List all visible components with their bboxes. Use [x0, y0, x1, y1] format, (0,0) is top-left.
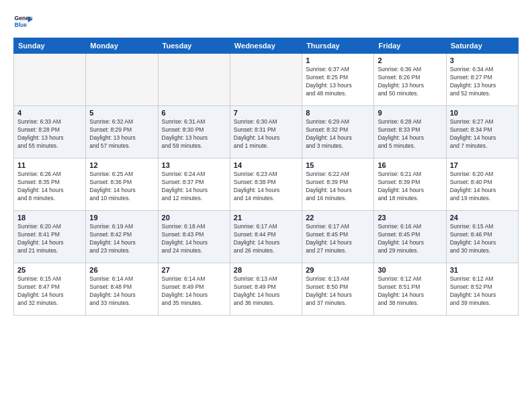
day-cell-3: 3Sunrise: 6:34 AM Sunset: 8:27 PM Daylig… — [446, 54, 518, 106]
day-info: Sunrise: 6:20 AM Sunset: 8:40 PM Dayligh… — [450, 171, 515, 203]
day-number: 21 — [234, 214, 298, 222]
day-cell-19: 19Sunrise: 6:19 AM Sunset: 8:42 PM Dayli… — [86, 211, 158, 263]
day-number: 2 — [378, 56, 442, 64]
day-info: Sunrise: 6:24 AM Sunset: 8:37 PM Dayligh… — [162, 171, 226, 203]
day-cell-14: 14Sunrise: 6:23 AM Sunset: 8:38 PM Dayli… — [230, 158, 302, 211]
week-row-4: 18Sunrise: 6:20 AM Sunset: 8:41 PM Dayli… — [14, 211, 519, 263]
day-info: Sunrise: 6:12 AM Sunset: 8:52 PM Dayligh… — [450, 275, 515, 308]
day-cell-15: 15Sunrise: 6:22 AM Sunset: 8:39 PM Dayli… — [302, 158, 374, 211]
header: General Blue — [13, 12, 519, 31]
day-cell-12: 12Sunrise: 6:25 AM Sunset: 8:36 PM Dayli… — [86, 158, 158, 211]
empty-cell — [230, 54, 302, 106]
week-row-3: 11Sunrise: 6:26 AM Sunset: 8:35 PM Dayli… — [14, 158, 519, 211]
day-cell-7: 7Sunrise: 6:30 AM Sunset: 8:31 PM Daylig… — [230, 106, 302, 158]
day-info: Sunrise: 6:13 AM Sunset: 8:50 PM Dayligh… — [306, 275, 370, 308]
day-number: 11 — [17, 161, 82, 169]
day-number: 27 — [162, 266, 226, 274]
day-info: Sunrise: 6:21 AM Sunset: 8:39 PM Dayligh… — [378, 171, 442, 203]
day-cell-10: 10Sunrise: 6:27 AM Sunset: 8:34 PM Dayli… — [446, 106, 518, 158]
day-info: Sunrise: 6:17 AM Sunset: 8:44 PM Dayligh… — [234, 223, 298, 255]
day-number: 22 — [306, 214, 370, 222]
day-info: Sunrise: 6:18 AM Sunset: 8:43 PM Dayligh… — [162, 223, 226, 255]
empty-cell — [158, 54, 230, 106]
day-cell-1: 1Sunrise: 6:37 AM Sunset: 8:25 PM Daylig… — [302, 54, 374, 106]
day-cell-16: 16Sunrise: 6:21 AM Sunset: 8:39 PM Dayli… — [374, 158, 446, 211]
day-cell-18: 18Sunrise: 6:20 AM Sunset: 8:41 PM Dayli… — [14, 211, 86, 263]
day-info: Sunrise: 6:36 AM Sunset: 8:26 PM Dayligh… — [378, 66, 442, 98]
day-info: Sunrise: 6:28 AM Sunset: 8:33 PM Dayligh… — [378, 118, 442, 150]
day-cell-26: 26Sunrise: 6:14 AM Sunset: 8:48 PM Dayli… — [86, 263, 158, 316]
empty-cell — [14, 54, 86, 106]
day-cell-25: 25Sunrise: 6:15 AM Sunset: 8:47 PM Dayli… — [14, 263, 86, 316]
day-number: 26 — [89, 266, 154, 274]
weekday-header-wednesday: Wednesday — [230, 38, 302, 54]
day-info: Sunrise: 6:31 AM Sunset: 8:30 PM Dayligh… — [162, 118, 226, 150]
day-info: Sunrise: 6:32 AM Sunset: 8:29 PM Dayligh… — [89, 118, 154, 150]
page: General Blue SundayMondayTuesdayWednesda… — [0, 0, 532, 411]
calendar: SundayMondayTuesdayWednesdayThursdayFrid… — [13, 38, 519, 316]
day-number: 20 — [162, 214, 226, 222]
day-number: 7 — [234, 109, 298, 117]
day-number: 17 — [450, 161, 515, 169]
day-number: 18 — [17, 214, 82, 222]
day-cell-5: 5Sunrise: 6:32 AM Sunset: 8:29 PM Daylig… — [86, 106, 158, 158]
day-cell-30: 30Sunrise: 6:12 AM Sunset: 8:51 PM Dayli… — [374, 263, 446, 316]
day-info: Sunrise: 6:29 AM Sunset: 8:32 PM Dayligh… — [306, 118, 370, 150]
day-number: 24 — [450, 214, 515, 222]
day-info: Sunrise: 6:27 AM Sunset: 8:34 PM Dayligh… — [450, 118, 515, 150]
day-info: Sunrise: 6:14 AM Sunset: 8:48 PM Dayligh… — [89, 275, 154, 308]
day-info: Sunrise: 6:15 AM Sunset: 8:47 PM Dayligh… — [17, 275, 82, 308]
day-number: 10 — [450, 109, 515, 117]
day-info: Sunrise: 6:23 AM Sunset: 8:38 PM Dayligh… — [234, 171, 298, 203]
logo-icon: General Blue — [13, 12, 32, 31]
day-cell-22: 22Sunrise: 6:17 AM Sunset: 8:45 PM Dayli… — [302, 211, 374, 263]
day-number: 15 — [306, 161, 370, 169]
weekday-header-thursday: Thursday — [302, 38, 374, 54]
day-number: 1 — [306, 56, 370, 64]
weekday-header-monday: Monday — [86, 38, 158, 54]
day-cell-21: 21Sunrise: 6:17 AM Sunset: 8:44 PM Dayli… — [230, 211, 302, 263]
day-info: Sunrise: 6:16 AM Sunset: 8:45 PM Dayligh… — [378, 223, 442, 255]
empty-cell — [86, 54, 158, 106]
day-info: Sunrise: 6:25 AM Sunset: 8:36 PM Dayligh… — [89, 171, 154, 203]
day-cell-4: 4Sunrise: 6:33 AM Sunset: 8:28 PM Daylig… — [14, 106, 86, 158]
weekday-header-friday: Friday — [374, 38, 446, 54]
day-info: Sunrise: 6:34 AM Sunset: 8:27 PM Dayligh… — [450, 66, 515, 98]
day-info: Sunrise: 6:26 AM Sunset: 8:35 PM Dayligh… — [17, 171, 82, 203]
day-number: 19 — [89, 214, 154, 222]
day-info: Sunrise: 6:22 AM Sunset: 8:39 PM Dayligh… — [306, 171, 370, 203]
day-cell-9: 9Sunrise: 6:28 AM Sunset: 8:33 PM Daylig… — [374, 106, 446, 158]
day-cell-31: 31Sunrise: 6:12 AM Sunset: 8:52 PM Dayli… — [446, 263, 518, 316]
day-cell-6: 6Sunrise: 6:31 AM Sunset: 8:30 PM Daylig… — [158, 106, 230, 158]
day-info: Sunrise: 6:33 AM Sunset: 8:28 PM Dayligh… — [17, 118, 82, 150]
day-number: 25 — [17, 266, 82, 274]
day-number: 14 — [234, 161, 298, 169]
day-number: 5 — [89, 109, 154, 117]
day-number: 4 — [17, 109, 82, 117]
day-number: 31 — [450, 266, 515, 274]
day-number: 28 — [234, 266, 298, 274]
logo: General Blue — [13, 12, 32, 31]
day-number: 29 — [306, 266, 370, 274]
day-number: 30 — [378, 266, 442, 274]
week-row-1: 1Sunrise: 6:37 AM Sunset: 8:25 PM Daylig… — [14, 54, 519, 106]
day-number: 12 — [89, 161, 154, 169]
day-info: Sunrise: 6:15 AM Sunset: 8:46 PM Dayligh… — [450, 223, 515, 255]
week-row-2: 4Sunrise: 6:33 AM Sunset: 8:28 PM Daylig… — [14, 106, 519, 158]
day-cell-29: 29Sunrise: 6:13 AM Sunset: 8:50 PM Dayli… — [302, 263, 374, 316]
weekday-header-tuesday: Tuesday — [158, 38, 230, 54]
weekday-header-sunday: Sunday — [14, 38, 86, 54]
day-info: Sunrise: 6:20 AM Sunset: 8:41 PM Dayligh… — [17, 223, 82, 255]
day-number: 8 — [306, 109, 370, 117]
day-cell-8: 8Sunrise: 6:29 AM Sunset: 8:32 PM Daylig… — [302, 106, 374, 158]
day-info: Sunrise: 6:13 AM Sunset: 8:49 PM Dayligh… — [234, 275, 298, 308]
day-cell-20: 20Sunrise: 6:18 AM Sunset: 8:43 PM Dayli… — [158, 211, 230, 263]
day-cell-13: 13Sunrise: 6:24 AM Sunset: 8:37 PM Dayli… — [158, 158, 230, 211]
day-cell-2: 2Sunrise: 6:36 AM Sunset: 8:26 PM Daylig… — [374, 54, 446, 106]
weekday-header-saturday: Saturday — [446, 38, 518, 54]
day-info: Sunrise: 6:30 AM Sunset: 8:31 PM Dayligh… — [234, 118, 298, 150]
day-info: Sunrise: 6:19 AM Sunset: 8:42 PM Dayligh… — [89, 223, 154, 255]
day-cell-27: 27Sunrise: 6:14 AM Sunset: 8:49 PM Dayli… — [158, 263, 230, 316]
day-number: 16 — [378, 161, 442, 169]
day-number: 6 — [162, 109, 226, 117]
